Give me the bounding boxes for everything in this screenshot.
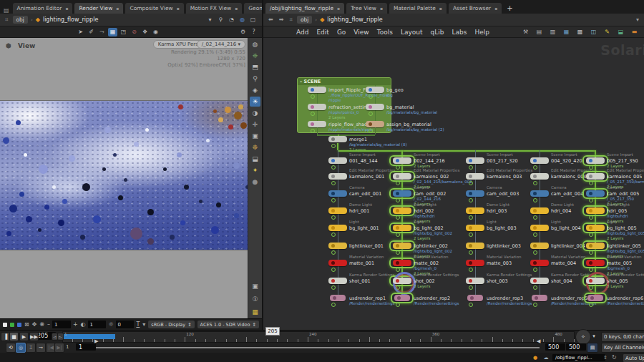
- node-matte_003[interactable]: [466, 260, 484, 266]
- node-bg_light_005[interactable]: [586, 225, 605, 231]
- grid-snap-icon[interactable]: ▦: [108, 28, 117, 36]
- node-lightlinker_003[interactable]: [466, 243, 484, 249]
- current-node-name[interactable]: lighting_flow_ripple: [43, 16, 98, 23]
- node-name-label[interactable]: matte_004: [551, 260, 576, 266]
- node-004_320_420[interactable]: [530, 157, 549, 164]
- lop-selector-spinner[interactable]: ⇕: [603, 355, 608, 361]
- node-name-label[interactable]: cam_edit_001: [349, 191, 381, 197]
- node-name-label[interactable]: bg_light_005: [607, 225, 637, 231]
- path-dropdown-icon[interactable]: ▾: [205, 16, 215, 24]
- node-name-label[interactable]: lightlinker_002: [414, 243, 448, 249]
- white-point-swatch[interactable]: [3, 323, 7, 327]
- menu-tools[interactable]: Tools: [377, 29, 393, 36]
- node-usdrender_rop2[interactable]: [394, 295, 410, 301]
- left-pane-tab[interactable]: Render View▪: [74, 3, 123, 14]
- layout-split-icon[interactable]: ▩: [575, 28, 585, 36]
- node-name-label[interactable]: matte_003: [487, 260, 512, 266]
- node-karmalens_002[interactable]: [393, 173, 411, 180]
- refresh-icon[interactable]: ↻: [612, 354, 617, 361]
- node-karmalens_005[interactable]: [586, 173, 605, 180]
- menu-add[interactable]: Add: [296, 29, 308, 36]
- render-region-icon[interactable]: ◉: [151, 28, 160, 36]
- node-cam_edit_003[interactable]: [466, 190, 484, 197]
- floating-panel-icon[interactable]: ◳: [119, 28, 128, 36]
- node-hdri_002[interactable]: [393, 207, 411, 214]
- menu-layout[interactable]: Layout: [401, 29, 423, 36]
- view-mask-icon[interactable]: ▣: [250, 131, 260, 141]
- menu-edit[interactable]: Edit: [316, 29, 328, 36]
- gnomon-icon[interactable]: ◈: [250, 85, 260, 95]
- node-name-label[interactable]: shot_001: [349, 278, 371, 284]
- keys-summary-button[interactable]: 0 keys, 0/0 channels: [601, 332, 644, 342]
- node-bg_material[interactable]: [366, 104, 384, 110]
- node-lightlinker_005[interactable]: [586, 243, 605, 249]
- node-import_Ripple_Flow[interactable]: [308, 87, 326, 93]
- node-name-label[interactable]: lightlinker_005: [607, 243, 641, 249]
- color-correction-icon[interactable]: ❉: [250, 142, 260, 152]
- menu-help[interactable]: Help: [474, 29, 489, 36]
- node-002_144_216[interactable]: [393, 157, 411, 164]
- tab-close-icon[interactable]: ▪: [439, 6, 442, 11]
- new-panel-icon[interactable]: ◫: [589, 28, 598, 36]
- play-end-button[interactable]: ▶▶: [29, 332, 39, 341]
- network-pane-tab[interactable]: Material Palette▪: [389, 3, 447, 14]
- node-name-label[interactable]: hdri_001: [349, 208, 369, 214]
- node-cam_edit_005[interactable]: [586, 190, 605, 197]
- node-name-label[interactable]: shot_004: [551, 278, 572, 284]
- node-lightlinker_001[interactable]: [328, 243, 347, 249]
- exposure-minus-button[interactable]: –: [47, 321, 50, 328]
- snapshot-icon[interactable]: ❈: [250, 51, 260, 61]
- snapshot-gear-icon[interactable]: ❋: [39, 321, 44, 328]
- image-view-icon[interactable]: ⬓: [616, 28, 625, 36]
- left-pane-tab[interactable]: Composite View▪: [125, 3, 183, 14]
- node-name-label[interactable]: 004_320_420: [551, 158, 582, 164]
- audio-options-icon[interactable]: ⌶: [26, 343, 36, 353]
- lut-icon[interactable]: T: [136, 321, 140, 328]
- node-bg_light_004[interactable]: [530, 225, 549, 231]
- history-icon[interactable]: ◔: [227, 16, 236, 24]
- node-karmalens_001[interactable]: [328, 173, 347, 180]
- tab-close-icon[interactable]: ▪: [494, 6, 497, 11]
- cell-grid-icon[interactable]: ▦: [250, 307, 260, 317]
- view-tool-icon[interactable]: ⤳: [97, 28, 107, 36]
- node-name-label[interactable]: bg_geo: [386, 87, 404, 93]
- forward-button[interactable]: ➡: [278, 16, 286, 23]
- colorspace-dropdown[interactable]: sRGB - Display⇕: [148, 321, 194, 328]
- range-slider-left-handle[interactable]: ▶: [94, 338, 98, 344]
- display-options-icon[interactable]: ⚙: [238, 28, 248, 36]
- node-bg_light_001[interactable]: [328, 225, 347, 231]
- node-hdri_003[interactable]: [466, 207, 484, 214]
- range-end-button[interactable]: ▶|: [54, 343, 64, 353]
- node-karmalens_003[interactable]: [466, 173, 484, 180]
- node-name-label[interactable]: karmalens_004: [551, 174, 586, 180]
- contrast-field[interactable]: 1: [88, 321, 107, 328]
- memory-icon[interactable]: ☁: [542, 354, 550, 361]
- node-name-label[interactable]: karmalens_005: [607, 174, 642, 180]
- node-usdrender_rop3[interactable]: [467, 295, 483, 301]
- node-name-label[interactable]: cam_edit_002: [414, 191, 446, 197]
- left-pane-tab[interactable]: Motion FX View▪: [186, 3, 243, 14]
- new-tab-button[interactable]: +: [504, 3, 515, 14]
- auto-update-button[interactable]: Auto Update: [623, 353, 644, 362]
- node-name-label[interactable]: bg_light_002: [414, 225, 444, 231]
- node-usdrender_rop1[interactable]: [330, 295, 346, 301]
- sim-cache-icon[interactable]: ⊸: [36, 343, 46, 353]
- node-name-label[interactable]: shot_002: [414, 278, 435, 284]
- node-name-label[interactable]: 002_144_216: [414, 158, 445, 164]
- back-button[interactable]: ⬅: [267, 16, 275, 23]
- next-frame-button[interactable]: ▷: [57, 333, 64, 341]
- camera-selector[interactable]: /_02_144_216 ▾: [197, 40, 245, 49]
- headlight-icon[interactable]: ☀: [250, 97, 260, 107]
- color-palette-icon[interactable]: ▬: [630, 28, 639, 36]
- range-end-field[interactable]: 500: [545, 343, 565, 351]
- ocio-dropdown[interactable]: ACES 1.0 - SDR Video⇕: [197, 321, 259, 328]
- pane-menu-icon[interactable]: ▤: [2, 7, 11, 14]
- stop-button[interactable]: ■: [9, 332, 19, 341]
- parameters-icon[interactable]: ▥: [548, 28, 557, 36]
- info-icon[interactable]: ①: [250, 294, 260, 304]
- network-pane-tab[interactable]: Asset Browser▪: [449, 3, 502, 14]
- show-handles-icon[interactable]: ✛: [250, 119, 260, 129]
- node-name-label[interactable]: bg_light_003: [487, 225, 517, 231]
- node-usdrender_rop6[interactable]: [587, 295, 603, 301]
- tab-close-icon[interactable]: ▪: [116, 6, 119, 11]
